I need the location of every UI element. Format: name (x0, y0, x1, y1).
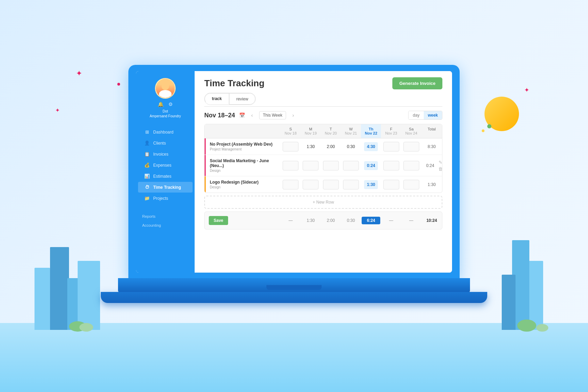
page-title: Time Tracking (204, 78, 264, 89)
sidebar-item-projects[interactable]: 📁 Projects (138, 193, 193, 204)
table-row: Social Media Marketing - June (Neu...) D… (205, 155, 442, 176)
sidebar-item-expenses[interactable]: 💰 Expenses (138, 160, 193, 170)
row3-fri-input[interactable] (383, 180, 399, 189)
project-sub-1: Project Management (210, 147, 276, 151)
sidebar-item-clients[interactable]: 👤 Clients (138, 138, 193, 148)
accounting-link[interactable]: Accounting (136, 220, 195, 229)
footer-tue: 2:00 (321, 218, 341, 223)
save-button[interactable]: Save (209, 216, 228, 225)
time-tracking-icon: ⏱ (144, 185, 150, 190)
mon-header: M Nov 19 (301, 124, 321, 138)
sidebar-item-estimates[interactable]: 📊 Estimates (138, 171, 193, 182)
table-header: S Nov 18 M Nov 19 T Nov 20 W (205, 124, 442, 138)
edit-icon[interactable]: ✎ (439, 160, 442, 165)
week-nav: Nov 18–24 📅 ‹ This Week › (204, 111, 296, 119)
row2-fri (381, 159, 401, 173)
invoices-icon: 📋 (144, 151, 150, 157)
row1-sun-input[interactable] (283, 142, 298, 151)
tab-track[interactable]: track (205, 93, 229, 105)
project-name-2: Social Media Marketing - June (Neu...) (210, 158, 276, 168)
row1-wed: 0:30 (341, 142, 361, 151)
row3-thu: 1:30 (361, 180, 381, 189)
time-tracking-table: S Nov 18 M Nov 19 T Nov 20 W (204, 124, 442, 193)
row2-actions: 0:24 ✎ 🗑 (421, 157, 442, 174)
toolbar: Nov 18–24 📅 ‹ This Week › day week (195, 107, 452, 124)
sidebar-item-dashboard[interactable]: ⊞ Dashboard (138, 127, 193, 137)
generate-invoice-button[interactable]: Generate Invoice (392, 77, 442, 89)
notification-icon[interactable]: 🔔 (158, 101, 164, 107)
row3-tue-input[interactable] (323, 180, 339, 189)
project-cell-1: No Project (Assembly Web Dev) Project Ma… (205, 138, 281, 155)
total-column-header: Total (421, 124, 442, 138)
day-view-button[interactable]: day (409, 111, 423, 119)
delete-icon[interactable]: 🗑 (438, 166, 442, 172)
row2-action-buttons: ✎ 🗑 (437, 158, 442, 173)
footer-sat: — (401, 218, 421, 223)
project-cell-2: Social Media Marketing - June (Neu...) D… (205, 155, 281, 176)
week-range: Nov 18–24 (204, 112, 235, 119)
row3-mon (301, 178, 321, 192)
row1-fri-input[interactable] (383, 142, 399, 151)
footer-grand-total: 10:24 (421, 218, 442, 223)
sat-header: Sa Nov 24 (401, 124, 421, 138)
projects-icon: 📁 (144, 196, 150, 201)
next-week-button[interactable]: › (290, 112, 296, 119)
sun-header: S Nov 18 (281, 124, 301, 138)
row2-sat-input[interactable] (403, 161, 419, 170)
row1-thu: 4:30 (361, 142, 381, 151)
row3-mon-input[interactable] (303, 180, 318, 189)
laptop-foot (101, 292, 487, 303)
footer-thu: 6:24 (362, 217, 380, 224)
calendar-icon[interactable]: 📅 (239, 112, 245, 118)
row2-tue-input[interactable] (323, 161, 339, 170)
project-sub-3: Design (210, 185, 276, 189)
row2-sun (281, 159, 301, 173)
expenses-icon: 💰 (144, 163, 150, 168)
view-toggle: day week (408, 111, 442, 120)
row2-fri-input[interactable] (383, 161, 399, 170)
wed-header: W Nov 21 (341, 124, 361, 138)
row3-tue (321, 178, 341, 192)
main-content: Time Tracking Generate Invoice track rev… (195, 71, 452, 273)
row3-fri (381, 178, 401, 192)
reports-link[interactable]: Reports (136, 211, 195, 220)
clients-icon: 👤 (144, 140, 150, 146)
row3-sun-input[interactable] (283, 180, 298, 189)
project-column-header (205, 124, 281, 138)
row2-thu: 0:24 (361, 161, 381, 170)
fri-header: F Nov 23 (381, 124, 401, 138)
row1-sat-input[interactable] (403, 142, 419, 151)
settings-icon[interactable]: ⚙ (168, 101, 173, 107)
row3-total: 1:30 (421, 180, 442, 189)
row2-wed-input[interactable] (343, 161, 359, 170)
row2-mon-input[interactable] (303, 161, 318, 170)
row2-sun-input[interactable] (283, 161, 298, 170)
row3-sat (401, 178, 421, 192)
thu-header: Th Nov 22 (361, 124, 381, 138)
sidebar-nav: ⊞ Dashboard 👤 Clients 📋 Invoices 💰 Expen… (136, 124, 195, 273)
page-header: Time Tracking Generate Invoice (195, 71, 452, 93)
row3-sat-input[interactable] (403, 180, 419, 189)
tab-review[interactable]: review (229, 93, 256, 105)
table-row: No Project (Assembly Web Dev) Project Ma… (205, 138, 442, 155)
project-name-3: Logo Redesign (Sidecar) (210, 180, 276, 185)
project-cell-3: Logo Redesign (Sidecar) Design (205, 176, 281, 193)
sidebar-item-invoices[interactable]: 📋 Invoices (138, 149, 193, 159)
sidebar-item-time-tracking[interactable]: ⏱ Time Tracking (138, 182, 193, 193)
footer-fri: — (381, 218, 401, 223)
row1-tue: 2:00 (321, 142, 341, 151)
row2-mon (301, 159, 321, 173)
new-row-button[interactable]: + New Row (204, 196, 442, 209)
row1-mon: 1:30 (301, 142, 321, 151)
totals-footer: Save — 1:30 2:00 0:30 6:24 — — 10:24 (204, 212, 442, 229)
row3-wed-input[interactable] (343, 180, 359, 189)
tue-header: T Nov 20 (321, 124, 341, 138)
footer-mon: 1:30 (301, 218, 321, 223)
row3-wed (341, 178, 361, 192)
tabs-row: track review (195, 93, 452, 105)
prev-week-button[interactable]: ‹ (249, 112, 255, 119)
week-view-button[interactable]: week (424, 111, 442, 119)
estimates-icon: 📊 (144, 174, 150, 179)
this-week-button[interactable]: This Week (259, 111, 286, 119)
dashboard-icon: ⊞ (144, 129, 150, 135)
